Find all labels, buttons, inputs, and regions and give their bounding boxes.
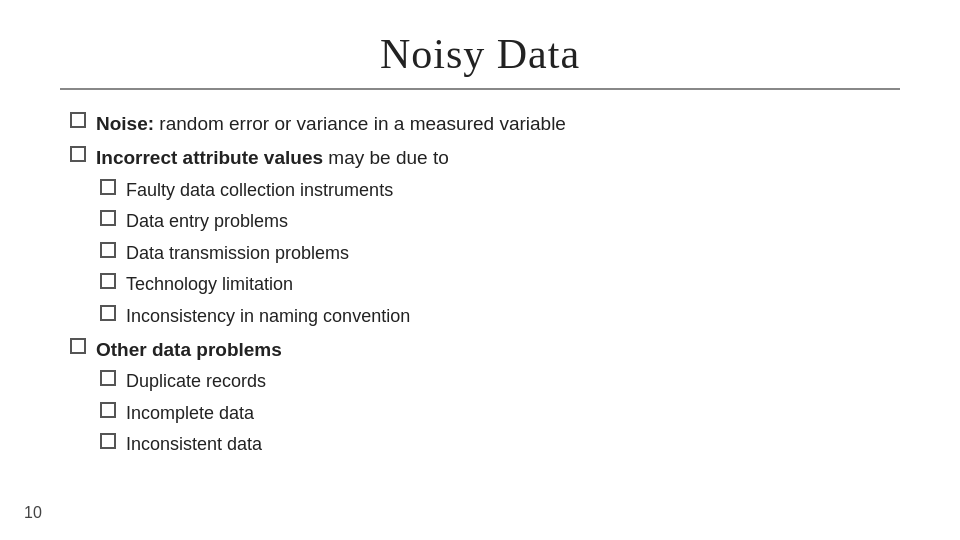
noise-text: Noise: random error or variance in a mea… [96,108,566,140]
checkbox-duplicate [100,370,116,386]
noise-normal: random error or variance in a measured v… [154,113,566,134]
checkbox-data-entry [100,210,116,226]
list-item-other: Other data problems Duplicate records In… [70,334,900,461]
inconsistency-text: Inconsistency in naming convention [126,301,410,333]
faulty-text: Faulty data collection instruments [126,175,393,207]
sub-list-incorrect: Faulty data collection instruments Data … [100,175,410,333]
list-item-faulty: Faulty data collection instruments [100,175,410,207]
incorrect-bold: Incorrect attribute values [96,147,323,168]
list-item-duplicate: Duplicate records [100,366,266,398]
inconsistent-text: Inconsistent data [126,429,262,461]
checkbox-noise [70,112,86,128]
noise-bold: Noise: [96,113,154,134]
title-area: Noisy Data [60,30,900,78]
list-item-data-entry: Data entry problems [100,206,410,238]
list-item-inconsistency: Inconsistency in naming convention [100,301,410,333]
page-number: 10 [24,504,42,522]
checkbox-incomplete [100,402,116,418]
checkbox-inconsistent [100,433,116,449]
list-item-technology: Technology limitation [100,269,410,301]
main-list: Noise: random error or variance in a mea… [70,108,900,461]
incomplete-text: Incomplete data [126,398,254,430]
other-bold: Other data problems [96,339,282,360]
checkbox-faulty [100,179,116,195]
other-text: Other data problems [96,334,282,366]
list-item-data-transmission: Data transmission problems [100,238,410,270]
incorrect-normal: may be due to [323,147,449,168]
list-item-inconsistent: Inconsistent data [100,429,266,461]
checkbox-incorrect [70,146,86,162]
data-transmission-text: Data transmission problems [126,238,349,270]
checkbox-data-transmission [100,242,116,258]
list-item-incorrect: Incorrect attribute values may be due to… [70,142,900,332]
list-item-noise: Noise: random error or variance in a mea… [70,108,900,140]
data-entry-text: Data entry problems [126,206,288,238]
checkbox-technology [100,273,116,289]
checkbox-inconsistency [100,305,116,321]
checkbox-other [70,338,86,354]
divider [60,88,900,90]
slide: Noisy Data Noise: random error or varian… [0,0,960,540]
duplicate-text: Duplicate records [126,366,266,398]
list-item-incomplete: Incomplete data [100,398,266,430]
slide-title: Noisy Data [60,30,900,78]
technology-text: Technology limitation [126,269,293,301]
sub-list-other: Duplicate records Incomplete data Incons… [100,366,266,461]
incorrect-text: Incorrect attribute values may be due to [96,142,449,174]
content-area: Noise: random error or variance in a mea… [60,108,900,510]
